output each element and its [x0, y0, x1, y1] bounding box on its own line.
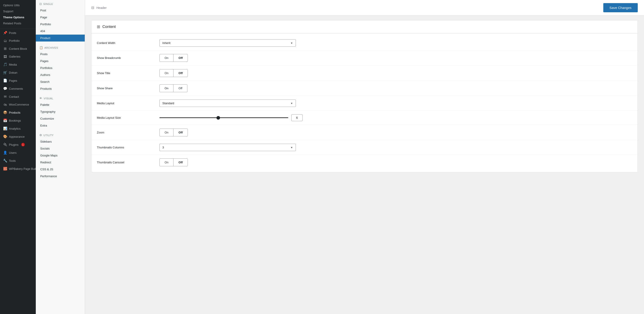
sidebar-item-bookings[interactable]: 📅 Bookings	[0, 117, 36, 125]
bookings-icon: 📅	[3, 119, 7, 123]
toggle-show-breadcrumb-on[interactable]: On	[160, 54, 174, 62]
setting-control-media-layout-size: 6	[160, 114, 632, 121]
setting-label-show-title: Show Title	[97, 71, 160, 75]
sidebar-item-products[interactable]: 📦 Products	[0, 109, 36, 117]
appearance-icon: 🎨	[3, 135, 7, 139]
toggle-show-share-on[interactable]: On	[160, 85, 174, 92]
dropdown-content-width[interactable]: Inherit▼	[160, 39, 296, 47]
sidebar-items: 📌 Posts🗂 Portfolio⊞ Content Block🖼 Galle…	[0, 29, 36, 173]
sidebar-item-related-posts[interactable]: Related Posts	[3, 20, 33, 26]
middle-item-vis-extra[interactable]: Extra	[36, 122, 85, 129]
middle-item-product[interactable]: Product	[36, 35, 85, 41]
header-label: Header	[96, 6, 107, 9]
tools-icon: 🔧	[3, 159, 7, 163]
middle-item-arch-posts[interactable]: Posts	[36, 51, 85, 58]
sidebar: Options Utils Support Theme Options Rela…	[0, 0, 36, 314]
middle-item-vis-palette[interactable]: Palette	[36, 101, 85, 108]
middle-item-arch-pages[interactable]: Pages	[36, 58, 85, 64]
setting-label-show-share: Show Share	[97, 87, 160, 90]
setting-label-media-layout: Media Layout	[97, 102, 160, 105]
sidebar-item-wpbakery[interactable]: 🧱 WPBakery Page Builder	[0, 165, 36, 173]
sidebar-item-theme-options[interactable]: Theme Options	[3, 14, 33, 20]
toggle-show-title-off[interactable]: Off	[174, 69, 188, 77]
middle-item-util-sidebars[interactable]: Sidebars	[36, 138, 85, 145]
middle-item-util-performance[interactable]: Performance	[36, 173, 85, 180]
middle-panel: ⊡SINGLEPostPagePortfolio404Product📋ARCHI…	[36, 0, 85, 314]
toggle-show-breadcrumb-off[interactable]: Off	[174, 54, 188, 62]
comments-icon: 💬	[3, 87, 7, 91]
middle-item-arch-products[interactable]: Products	[36, 85, 85, 92]
toggle-thumbnails-carousel-off[interactable]: Off	[174, 159, 188, 166]
sidebar-item-portfolio[interactable]: 🗂 Portfolio	[0, 37, 36, 45]
section-icon: ⊡	[39, 2, 42, 5]
sidebar-item-users[interactable]: 👤 Users	[0, 149, 36, 157]
sidebar-item-appearance[interactable]: 🎨 Appearance	[0, 133, 36, 141]
portfolio-icon: 🗂	[3, 39, 7, 43]
dropdown-thumbnails-columns[interactable]: 3▼	[160, 144, 296, 151]
section-label: ARCHIVES	[44, 46, 58, 49]
content-section: ⊞ Content Content WidthInherit▼Show Brea…	[91, 20, 638, 172]
middle-item-util-socials[interactable]: Socials	[36, 145, 85, 152]
save-changes-button[interactable]: Save Changes	[603, 3, 638, 12]
slider-media-layout-size[interactable]	[160, 117, 288, 118]
middle-section-utility: ⚙UTILITY	[36, 131, 85, 138]
sidebar-item-galleries[interactable]: 🖼 Galleries	[0, 53, 36, 60]
dropdown-media-layout[interactable]: Standard▼	[160, 100, 296, 107]
toggle-group-zoom: OnOff	[160, 129, 188, 136]
dropdown-value-thumbnails-columns: 3	[162, 146, 164, 149]
setting-label-show-breadcrumb: Show Breadcrumb	[97, 56, 160, 60]
toggle-show-share-off[interactable]: Off	[174, 85, 187, 92]
middle-item-arch-search[interactable]: Search	[36, 78, 85, 85]
slider-row-media-layout-size: 6	[160, 114, 302, 121]
toggle-thumbnails-carousel-on[interactable]: On	[160, 159, 174, 166]
middle-item-portfolio[interactable]: Portfolio	[36, 21, 85, 28]
setting-row-show-breadcrumb: Show BreadcrumbOnOff	[92, 50, 638, 66]
sidebar-item-comments[interactable]: 💬 Comments	[0, 85, 36, 93]
middle-item-404[interactable]: 404	[36, 28, 85, 35]
section-label: VISUAL	[44, 97, 54, 100]
toggle-show-title-on[interactable]: On	[160, 69, 174, 77]
toggle-group-show-breadcrumb: OnOff	[160, 54, 188, 62]
sidebar-item-plugins[interactable]: 🔌 Plugins1	[0, 141, 36, 149]
posts-icon: 📌	[3, 31, 7, 35]
middle-item-post[interactable]: Post	[36, 7, 85, 14]
sidebar-item-media[interactable]: 🎵 Media	[0, 60, 36, 68]
setting-control-thumbnails-carousel: OnOff	[160, 158, 632, 166]
sidebar-item-dokan[interactable]: 🛒 Dokan	[0, 68, 36, 77]
toggle-zoom-on[interactable]: On	[160, 129, 174, 136]
dokan-icon: 🛒	[3, 71, 7, 75]
toggle-group-show-title: OnOff	[160, 69, 188, 77]
sidebar-item-analytics[interactable]: 📊 Analytics	[0, 125, 36, 133]
sidebar-label-appearance: Appearance	[9, 135, 24, 138]
media-icon: 🎵	[3, 62, 7, 66]
dropdown-arrow-content-width: ▼	[290, 42, 293, 44]
sidebar-label-contact: Contact	[9, 95, 19, 98]
settings-body: Content WidthInherit▼Show BreadcrumbOnOf…	[92, 33, 638, 172]
middle-item-vis-typography[interactable]: Typography	[36, 108, 85, 115]
sidebar-item-support[interactable]: Support	[3, 8, 33, 14]
sidebar-item-pages[interactable]: 📄 Pages	[0, 77, 36, 85]
middle-item-util-gmaps[interactable]: Google Maps	[36, 152, 85, 159]
sidebar-item-tools[interactable]: 🔧 Tools	[0, 157, 36, 165]
setting-control-show-share: OnOff	[160, 84, 632, 92]
sidebar-item-woocommerce[interactable]: 🛍 WooCommerce	[0, 101, 36, 109]
middle-item-arch-authors[interactable]: Authors	[36, 71, 85, 78]
contact-icon: ✉	[3, 95, 7, 99]
sidebar-label-portfolio: Portfolio	[9, 39, 20, 42]
sidebar-item-options-utils[interactable]: Options Utils	[3, 2, 33, 8]
slider-value-media-layout-size: 6	[291, 114, 302, 121]
middle-item-util-cssjs[interactable]: CSS & JS	[36, 166, 85, 173]
middle-item-page[interactable]: Page	[36, 14, 85, 21]
setting-label-content-width: Content Width	[97, 41, 160, 45]
toggle-zoom-off[interactable]: Off	[174, 129, 188, 136]
analytics-icon: 📊	[3, 127, 7, 131]
sidebar-item-posts[interactable]: 📌 Posts	[0, 29, 36, 37]
middle-item-arch-portfolios[interactable]: Portfolios	[36, 64, 85, 71]
section-icon: 📋	[39, 46, 43, 49]
sidebar-item-contact[interactable]: ✉ Contact	[0, 93, 36, 101]
main-content: ⊟ Header Save Changes ⊞ Content Content …	[85, 0, 644, 314]
middle-item-util-redirect[interactable]: Redirect	[36, 159, 85, 166]
middle-item-vis-customize[interactable]: Customize	[36, 115, 85, 122]
setting-row-thumbnails-columns: Thumbnails Columns3▼	[92, 140, 638, 155]
sidebar-item-content-block[interactable]: ⊞ Content Block	[0, 45, 36, 53]
